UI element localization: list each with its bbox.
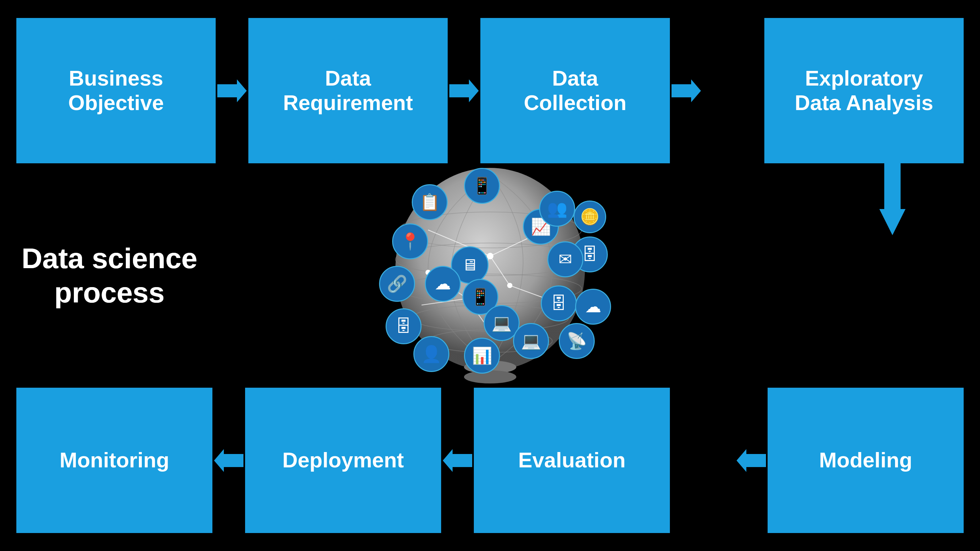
arrow-right-1: [216, 79, 248, 102]
icon-circle-router: 📡: [559, 323, 595, 359]
icon-circle-laptop: 💻: [513, 323, 549, 359]
svg-marker-30: [214, 449, 243, 472]
icon-circle-phone: 📱: [464, 168, 500, 204]
arrow-left-1: [212, 449, 245, 472]
icon-circle-doc: 📋: [412, 184, 448, 220]
arrow-right-3: [670, 79, 703, 102]
icon-circle-cloud-left: ☁: [425, 266, 461, 302]
arrow-left-2: [441, 449, 474, 472]
icon-circle-coin: 🪙: [573, 200, 606, 233]
svg-marker-0: [217, 79, 247, 102]
box-eda: Exploratory Data Analysis: [764, 18, 964, 163]
svg-point-29: [464, 370, 516, 383]
arrow-right-2: [448, 79, 480, 102]
icon-circle-mail: ✉: [547, 241, 583, 277]
icon-circle-users: 👥: [539, 191, 575, 227]
svg-marker-1: [449, 79, 479, 102]
box-deployment: Deployment: [245, 388, 441, 533]
box-evaluation: Evaluation: [474, 388, 670, 533]
box-monitoring: Monitoring: [16, 388, 212, 533]
box-data-collection: Data Collection: [480, 18, 670, 163]
bottom-row: Monitoring Deployment Evaluation: [16, 388, 964, 533]
box-business-objective: Business Objective: [16, 18, 216, 163]
icon-circle-cloud-right: ☁: [575, 289, 611, 325]
icon-circle-db: 🗄: [386, 308, 422, 344]
svg-marker-32: [737, 449, 766, 472]
svg-point-20: [487, 253, 493, 259]
svg-marker-2: [671, 79, 701, 102]
icon-circle-server-mid: 🗄: [541, 286, 577, 321]
arrow-left-3: [735, 449, 768, 472]
arrow-down: [879, 163, 905, 235]
top-row: Business Objective Data Requirement Data…: [16, 18, 964, 163]
icon-circle-pin: 📍: [392, 224, 428, 259]
icon-circle-network: 🔗: [379, 266, 415, 302]
slide-title: Data science process: [18, 241, 201, 310]
svg-marker-31: [443, 449, 472, 472]
svg-point-21: [507, 283, 512, 288]
svg-marker-3: [879, 163, 905, 235]
box-data-requirement: Data Requirement: [248, 18, 448, 163]
box-modeling: Modeling: [768, 388, 964, 533]
icon-circle-scatter: 📊: [464, 338, 500, 374]
icon-circle-user: 👤: [414, 336, 449, 372]
slide-container: Data science process Business Objective …: [0, 0, 980, 551]
globe-illustration: 📱 📋 📍 🔗 🗄 👤 📊 🖥 📱 💻 ☁ 📈 👥 🪙 🗄 ✉ 🗄: [363, 158, 617, 393]
